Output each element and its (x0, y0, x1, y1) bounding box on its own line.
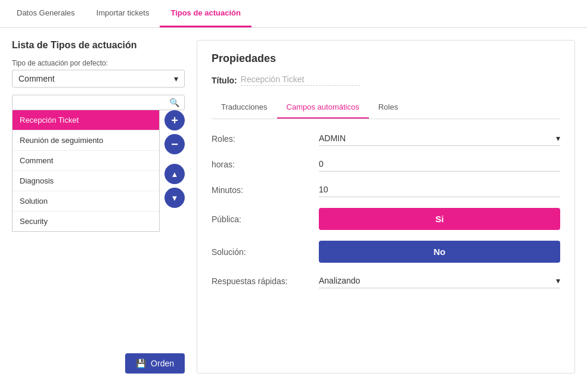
sub-tab-campos-automaticos[interactable]: Campos automáticos (277, 97, 369, 119)
list-item-recepcion[interactable]: Recepción Ticket (13, 110, 159, 130)
tab-datos-generales[interactable]: Datos Generales (6, 0, 86, 27)
left-panel: Lista de Tipos de actuación Tipo de actu… (12, 40, 185, 374)
tab-tipos-actuacion[interactable]: Tipos de actuación (160, 0, 251, 27)
search-box: 🔍 (12, 95, 185, 110)
field-respuestas-rapidas-value: Analizando ▾ (319, 273, 560, 288)
left-panel-title: Lista de Tipos de actuación (12, 40, 185, 51)
field-minutos: Minutos: 10 (212, 182, 560, 197)
respuestas-select-value: Analizando (319, 276, 360, 285)
sub-tab-traducciones[interactable]: Traducciones (212, 97, 277, 119)
list-container: Recepción Ticket Reunión de seguimiento … (12, 110, 160, 232)
field-respuestas-rapidas-label: Respuestas rápidas: (212, 276, 319, 286)
field-minutos-value: 10 (319, 182, 560, 197)
tab-importar-tickets[interactable]: Importar tickets (86, 0, 160, 27)
order-btn-icon: 💾 (136, 359, 146, 368)
horas-text: 0 (319, 157, 560, 172)
main-layout: Lista de Tipos de actuación Tipo de actu… (0, 28, 587, 385)
fields-container: Roles: ADMIN ▾ horas: 0 Minutos: (212, 131, 560, 288)
list-item-diagnosis[interactable]: Diagnosis (13, 171, 159, 191)
sub-tab-roles[interactable]: Roles (369, 97, 408, 119)
add-item-button[interactable]: + (164, 110, 185, 130)
chevron-down-icon: ▾ (174, 74, 178, 83)
list-item-solution[interactable]: Solution (13, 191, 159, 211)
field-solucion-label: Solución: (212, 247, 319, 257)
field-publica: Pública: Si (212, 208, 560, 230)
solucion-no-button[interactable]: No (319, 241, 560, 263)
move-up-button[interactable]: ▲ (164, 164, 185, 184)
list-item-comment[interactable]: Comment (13, 151, 159, 171)
list-item-reunion[interactable]: Reunión de seguimiento (13, 130, 159, 151)
remove-item-button[interactable]: − (164, 134, 185, 154)
field-roles-value: ADMIN ▾ (319, 131, 560, 146)
field-roles: Roles: ADMIN ▾ (212, 131, 560, 146)
sub-tabs-bar: Traducciones Campos automáticos Roles (212, 97, 560, 119)
field-horas-label: horas: (212, 160, 319, 169)
field-publica-label: Pública: (212, 214, 319, 224)
list-and-controls: Recepción Ticket Reunión de seguimiento … (12, 110, 185, 232)
field-publica-value: Si (319, 208, 560, 230)
search-input[interactable] (17, 98, 169, 107)
order-btn-label: Orden (151, 359, 174, 368)
titulo-label: Título: (212, 76, 237, 85)
field-solucion: Solución: No (212, 241, 560, 263)
minutos-text: 10 (319, 182, 560, 197)
field-horas: horas: 0 (212, 157, 560, 172)
chevron-down-icon: ▾ (556, 133, 560, 143)
default-type-label: Tipo de actuación por defecto: (12, 59, 185, 67)
move-down-button[interactable]: ▼ (164, 188, 185, 208)
top-tabs-bar: Datos Generales Importar tickets Tipos d… (0, 0, 587, 28)
list-item-security[interactable]: Security (13, 211, 159, 231)
titulo-row: Título: Recepción Ticket (212, 74, 560, 86)
field-solucion-value: No (319, 241, 560, 263)
search-icon: 🔍 (169, 98, 179, 107)
list-controls: + − ▲ ▼ (164, 110, 185, 232)
field-roles-label: Roles: (212, 134, 319, 144)
roles-select[interactable]: ADMIN ▾ (319, 131, 560, 146)
right-panel-title: Propiedades (212, 52, 560, 65)
publica-si-button[interactable]: Si (319, 208, 560, 230)
chevron-down-icon: ▾ (556, 276, 560, 285)
field-horas-value: 0 (319, 157, 560, 172)
respuestas-select[interactable]: Analizando ▾ (319, 273, 560, 288)
field-minutos-label: Minutos: (212, 185, 319, 195)
order-button[interactable]: 💾 Orden (125, 353, 185, 374)
titulo-value: Recepción Ticket (241, 74, 360, 86)
roles-select-value: ADMIN (319, 133, 346, 143)
default-type-select[interactable]: Comment ▾ (12, 70, 185, 88)
order-controls: ▲ ▼ (164, 164, 185, 208)
default-type-value: Comment (18, 74, 55, 83)
right-panel: Propiedades Título: Recepción Ticket Tra… (197, 40, 575, 374)
field-respuestas-rapidas: Respuestas rápidas: Analizando ▾ (212, 273, 560, 288)
